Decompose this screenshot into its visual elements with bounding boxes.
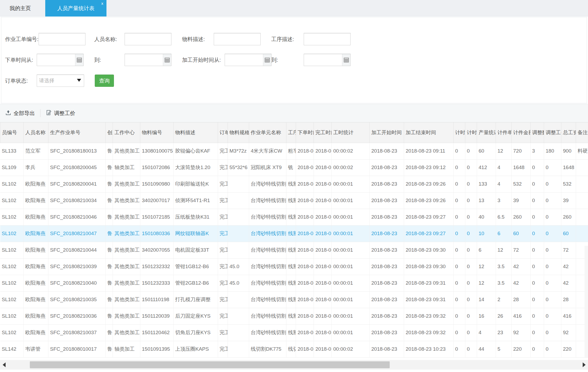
table-row[interactable]: SL109李兵SFC_201808200045鲁轴类加工1501072086大滚… (0, 159, 588, 176)
column-header[interactable]: 加工开始时间 (370, 122, 404, 143)
close-icon[interactable]: x (101, 1, 104, 6)
table-cell (576, 192, 588, 209)
person-name-input[interactable] (125, 33, 171, 45)
column-header[interactable]: 下单时间 (296, 122, 314, 143)
calendar-icon[interactable] (75, 54, 83, 66)
search-button[interactable]: 查询 (95, 75, 114, 87)
table-cell: SL102 (0, 275, 24, 291)
table-cell: 0 (454, 308, 465, 324)
table-cell: 39 (512, 192, 531, 209)
table-row[interactable]: SL102欧阳海燕SFC_201808210036鲁其他类加工150112003… (0, 308, 588, 324)
table-cell: SFC_201808200045 (48, 159, 106, 176)
table-cell: 线割 (286, 209, 296, 225)
table-cell: SL102 (0, 324, 24, 341)
calendar-icon[interactable] (342, 54, 350, 66)
column-header[interactable]: 工作中心 (113, 122, 140, 143)
tab-personnel-output-report[interactable]: 人员产量统计表 x (45, 0, 106, 17)
order-status-select[interactable]: 请选择 (37, 75, 84, 87)
table-row[interactable]: SL102欧阳海燕SFC_201808200041鲁其他类加工150109098… (0, 176, 588, 192)
table-row[interactable]: SL102欧阳海燕SFC_201808210039鲁其他类加工150123233… (0, 258, 588, 275)
table-cell: 2018-08 (296, 192, 314, 209)
table-cell: 台湾砂特线切割 (249, 209, 286, 225)
table-cell: 2018-08 (314, 209, 332, 225)
column-header[interactable]: 计件单价 (496, 122, 512, 143)
tab-my-home[interactable]: 我的主页 (7, 0, 33, 17)
table-cell: 轴类加工 (113, 159, 140, 176)
table-cell: 0 (544, 291, 561, 308)
column-header[interactable]: 物料编号 (140, 122, 174, 143)
adjust-price-button[interactable]: 调整工价 (40, 104, 81, 122)
vertical-scrollbar[interactable] (585, 246, 588, 358)
table-cell: SL102 (0, 258, 24, 275)
table-cell: 4 (477, 324, 496, 341)
table-cell: 管钳2GB12-B6 (174, 275, 218, 291)
table-cell: 完工 (218, 225, 228, 242)
calendar-icon[interactable] (163, 54, 171, 66)
export-all-button[interactable]: 全部导出 (0, 104, 40, 122)
material-desc-input[interactable] (214, 33, 261, 45)
table-cell: 0 (544, 209, 561, 225)
table-row[interactable]: SL142韦讲管SFC_201808010017鲁轴类加工1501091395上… (0, 341, 588, 357)
column-header[interactable]: 计时单价 (454, 122, 465, 143)
table-cell: 2018-08-23 (370, 192, 404, 209)
column-header[interactable]: 工序描述 (286, 122, 296, 143)
column-header[interactable]: 人员名称 (24, 122, 48, 143)
horizontal-scrollbar-thumb[interactable] (30, 361, 390, 368)
work-order-no-input[interactable] (39, 33, 85, 45)
table-row[interactable]: SL102欧阳海燕SFC_201808210035鲁其他类加工150111019… (0, 291, 588, 308)
scroll-right-arrow-icon[interactable] (580, 360, 588, 370)
table-cell: M3*72z (228, 143, 249, 159)
table-cell: 2018-08 (314, 159, 332, 176)
table-cell: 2018-08 (314, 341, 332, 357)
table-cell: 网纹辊联轴器K (174, 225, 218, 242)
table-cell: 2018-08-23 (370, 324, 404, 341)
table-cell: 0 (454, 143, 465, 159)
scroll-left-arrow-icon[interactable] (0, 360, 8, 370)
column-header[interactable]: 生产作业单号 (48, 122, 106, 143)
column-header[interactable]: 计时金额 (465, 122, 477, 143)
column-header[interactable]: 物料描述 (174, 122, 218, 143)
table-row[interactable]: SL102欧阳海燕SFC_201808210046鲁其他类加工150107218… (0, 209, 588, 225)
table-toolbar: 全部导出 调整工价 (0, 104, 588, 122)
table-cell: 2018-08 (296, 176, 314, 192)
column-header[interactable]: 调整数量 (531, 122, 544, 143)
table-row[interactable]: SL102欧阳海燕SFC_201808210037鲁其他类加工150112046… (0, 324, 588, 341)
column-header[interactable]: 订单状态 (218, 122, 228, 143)
table-cell: SL102 (0, 192, 24, 209)
table-cell: 4 (496, 176, 512, 192)
column-header[interactable]: 物料规格 (228, 122, 249, 143)
column-header[interactable]: 作业单元名称 (249, 122, 286, 143)
table-row[interactable]: SL102欧阳海燕SFC_201808210040鲁其他类加工150123233… (0, 275, 588, 291)
column-header[interactable]: 员编号 (0, 122, 24, 143)
table-cell: 欧阳海燕 (24, 225, 48, 242)
table-row[interactable]: SL102欧阳海燕SFC_201808210034鲁其他类加工340200701… (0, 192, 588, 209)
column-header[interactable]: 产量统计 (477, 122, 496, 143)
column-header[interactable]: 计件金额 (512, 122, 531, 143)
table-cell: 大滚筒垫块1.20 (174, 159, 218, 176)
column-header[interactable]: 加工结束时间 (404, 122, 454, 143)
table-cell: 线切 (286, 341, 296, 357)
table-row[interactable]: SL133范立军SFC_201808180013鲁其他类加工1308010007… (0, 143, 588, 159)
process-desc-input[interactable] (304, 33, 351, 45)
column-header[interactable]: 总工资 (561, 122, 576, 143)
table-cell: 台湾砂特线切割 (249, 275, 286, 291)
table-cell: 线切割DK775 (249, 341, 286, 357)
column-header[interactable]: 完工时间 (314, 122, 332, 143)
table-cell: 完工 (218, 242, 228, 258)
calendar-icon[interactable] (263, 54, 271, 66)
table-cell: 2018-08 (296, 308, 314, 324)
table-row[interactable]: SL102欧阳海燕SFC_201808210047鲁其他类加工150108033… (0, 225, 588, 242)
column-header[interactable]: 调整工价 (544, 122, 561, 143)
table-cell: 其他类加工 (113, 291, 140, 308)
horizontal-scrollbar[interactable] (0, 360, 588, 370)
column-header[interactable]: 工时统计 (332, 122, 370, 143)
filter-row-3: 订单状态: 请选择 查询 (1, 74, 587, 87)
export-icon (5, 110, 11, 117)
table-cell: 后刀固定座KYS (174, 308, 218, 324)
column-header[interactable]: 创建人 (106, 122, 113, 143)
table-cell: 3.5 (496, 275, 512, 291)
column-header[interactable]: 备注 (576, 122, 588, 143)
filter-row-1: 作业工单编号: 人员名称: 物料描述: 工序描述: (1, 33, 587, 46)
table-cell: 26 (496, 308, 512, 324)
table-row[interactable]: SL102欧阳海燕SFC_201808210044鲁其他类加工340200705… (0, 242, 588, 258)
